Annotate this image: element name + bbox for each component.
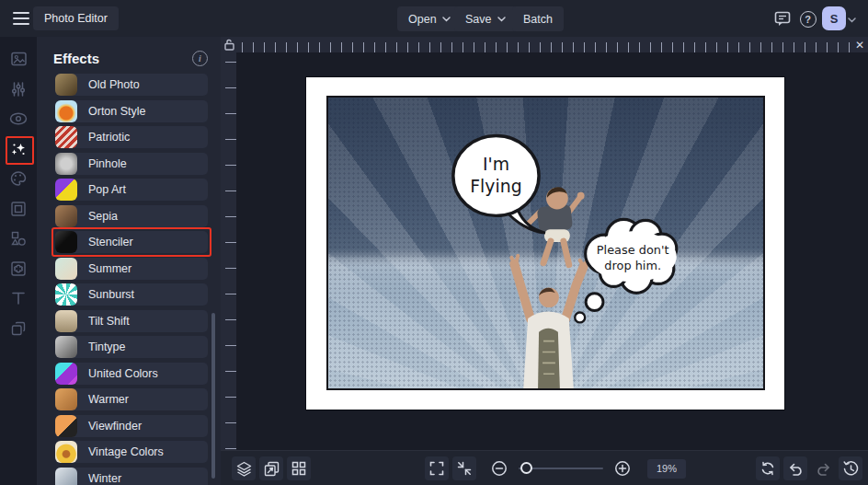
effects-icon[interactable] xyxy=(0,134,37,165)
feedback-chat-icon[interactable] xyxy=(771,7,794,30)
app-title-label: Photo Editor xyxy=(44,12,108,25)
save-button-label: Save xyxy=(465,13,492,26)
open-button-label: Open xyxy=(408,13,437,26)
adjust-icon[interactable] xyxy=(0,75,37,105)
thought-bubble: Please don't drop him. xyxy=(575,219,677,322)
effect-thumbnail xyxy=(55,310,77,332)
grid-template-icon[interactable] xyxy=(287,456,311,480)
save-button[interactable]: Save xyxy=(454,6,517,31)
effect-thumbnail xyxy=(55,283,77,306)
chevron-down-icon xyxy=(497,17,506,22)
avatar[interactable]: S xyxy=(822,6,846,30)
effect-thumbnail xyxy=(55,336,77,358)
history-icon[interactable] xyxy=(839,456,862,480)
effect-thumbnail xyxy=(55,153,77,175)
effect-item-tintype[interactable]: Tintype xyxy=(55,336,208,358)
effect-item-stenciler[interactable]: Stenciler xyxy=(55,231,208,253)
avatar-initial: S xyxy=(830,12,839,26)
overlays-icon[interactable] xyxy=(0,314,37,344)
zoom-out-icon[interactable] xyxy=(487,456,511,480)
horizontal-ruler[interactable] xyxy=(238,37,851,52)
effect-thumbnail xyxy=(55,441,77,463)
undo-icon[interactable] xyxy=(783,456,807,480)
svg-text:Please don't: Please don't xyxy=(597,243,669,257)
svg-text:drop him.: drop him. xyxy=(604,259,661,272)
effect-item-summer[interactable]: Summer xyxy=(55,258,208,280)
effect-thumbnail xyxy=(55,363,77,385)
topbar: Photo Editor Open Save Batch ? S xyxy=(0,0,868,37)
speech-bubble-line2: Flying xyxy=(470,177,521,196)
effects-list: Old Photo Orton Style Patriotic Pinhole … xyxy=(55,74,208,485)
speech-bubble-line1: I'm xyxy=(483,155,509,174)
effect-thumbnail xyxy=(55,74,77,96)
svg-text:Flying: Flying xyxy=(470,177,521,196)
zoom-in-icon[interactable] xyxy=(611,456,634,480)
photos-icon[interactable] xyxy=(0,44,37,75)
batch-button[interactable]: Batch xyxy=(512,6,564,31)
effect-item-orton-style[interactable]: Orton Style xyxy=(55,100,208,122)
effect-thumbnail xyxy=(55,388,77,410)
effect-item-winter[interactable]: Winter xyxy=(55,468,208,485)
help-icon[interactable]: ? xyxy=(796,7,819,30)
effect-thumbnail xyxy=(55,231,77,253)
effect-thumbnail xyxy=(55,179,77,201)
bottom-toolbar: 19% xyxy=(221,450,868,485)
fit-to-screen-icon[interactable] xyxy=(452,456,476,480)
effect-item-pinhole[interactable]: Pinhole xyxy=(55,153,208,175)
resize-canvas-icon[interactable] xyxy=(259,456,283,480)
chevron-down-icon xyxy=(442,17,451,22)
svg-text:I'm: I'm xyxy=(483,155,509,174)
close-rulers-icon[interactable]: ✕ xyxy=(851,37,868,52)
canvas-document[interactable]: I'm Flying xyxy=(306,77,784,410)
info-icon[interactable]: i xyxy=(192,51,208,66)
effect-thumbnail xyxy=(55,100,77,122)
effect-item-warmer[interactable]: Warmer xyxy=(55,388,208,410)
effect-item-tilt-shift[interactable]: Tilt Shift xyxy=(55,310,208,332)
thought-bubble-line1: Please don't xyxy=(597,243,669,257)
effect-item-sunburst[interactable]: Sunburst xyxy=(55,283,208,306)
fullscreen-icon[interactable] xyxy=(425,456,449,480)
effect-item-united-colors[interactable]: United Colors xyxy=(55,363,208,385)
effect-item-old-photo[interactable]: Old Photo xyxy=(55,74,208,96)
ruler-lock-icon[interactable] xyxy=(221,37,238,52)
baby-figure xyxy=(526,187,584,264)
effects-panel-header: Effects i xyxy=(53,48,208,68)
reset-icon[interactable] xyxy=(756,456,780,480)
redo-icon[interactable] xyxy=(811,456,835,480)
account-chevron-down-icon[interactable] xyxy=(848,12,856,26)
canvas-area: ✕ xyxy=(221,37,868,450)
hamburger-menu-icon[interactable] xyxy=(13,12,29,25)
artsy-icon[interactable] xyxy=(0,164,37,194)
touchup-icon[interactable] xyxy=(0,104,37,134)
textures-icon[interactable] xyxy=(0,254,37,284)
effect-thumbnail xyxy=(55,415,77,437)
effect-thumbnail xyxy=(55,126,77,148)
effect-item-viewfinder[interactable]: Viewfinder xyxy=(55,415,208,437)
zoom-slider[interactable] xyxy=(519,468,603,469)
zoom-level-value[interactable]: 19% xyxy=(647,459,686,479)
app-title: Photo Editor xyxy=(33,6,119,30)
text-icon[interactable] xyxy=(0,283,37,314)
effect-item-pop-art[interactable]: Pop Art xyxy=(55,179,208,201)
effect-thumbnail xyxy=(55,468,77,485)
effect-item-patriotic[interactable]: Patriotic xyxy=(55,126,208,148)
comic-image: I'm Flying xyxy=(326,96,765,390)
photo-editor-app: Photo Editor Open Save Batch ? S xyxy=(0,0,868,485)
panel-title: Effects xyxy=(53,51,99,66)
effect-item-vintage-colors[interactable]: Vintage Colors xyxy=(55,441,208,463)
tool-rail xyxy=(0,37,37,485)
effect-thumbnail xyxy=(55,258,77,280)
effects-panel: Effects i Old Photo Orton Style Patrioti… xyxy=(37,37,221,485)
layers-icon[interactable] xyxy=(232,456,256,480)
thought-bubble-line2: drop him. xyxy=(604,259,661,272)
panel-scrollbar[interactable] xyxy=(211,313,215,479)
effect-item-sepia[interactable]: Sepia xyxy=(55,205,208,227)
frames-icon[interactable] xyxy=(0,194,37,225)
open-button[interactable]: Open xyxy=(397,6,462,31)
batch-button-label: Batch xyxy=(523,13,553,26)
vertical-ruler[interactable] xyxy=(221,52,236,450)
graphics-icon[interactable] xyxy=(0,224,37,254)
effect-thumbnail xyxy=(55,205,77,227)
zoom-slider-knob[interactable] xyxy=(520,462,532,474)
